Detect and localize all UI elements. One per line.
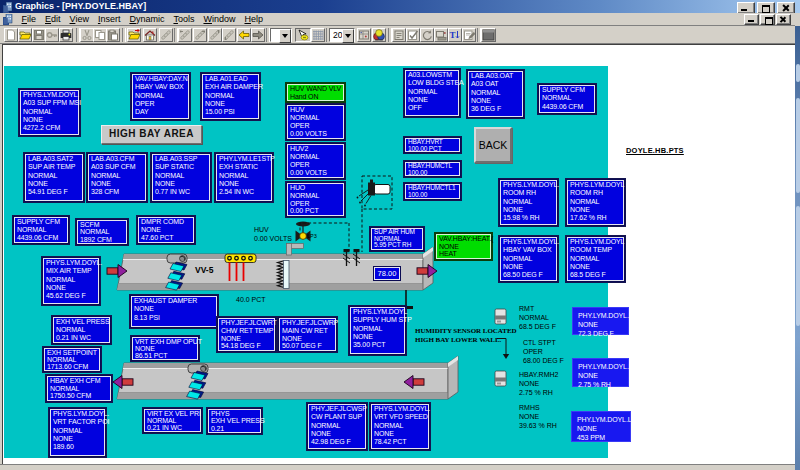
point-box-line: NONE [578, 371, 628, 380]
high-bay-area-label: HIGH BAY AREA [101, 125, 202, 144]
point-box-doyl-temp[interactable]: PHY.LYM.DOYL.LNONE72.3 DEG F [572, 307, 629, 335]
point-box-line: NONE [23, 116, 79, 124]
point-box-line: PHYS [211, 410, 261, 417]
point-box-lab-a03-cfm[interactable]: LAB.A03.CFMA03 SUP CFMNORMALNONE328 CFM [87, 153, 147, 202]
point-box-huv[interactable]: HUVNORMALOPER0.00 VOLTS [286, 104, 345, 140]
point-box-line: PHY.LYM.DOYL.L [578, 362, 628, 371]
back-button[interactable]: BACK [474, 127, 512, 163]
point-box-line: VRT FACTOR POI [53, 418, 105, 426]
point-box-supply-hum-stp[interactable]: PHYS.LYM.DOYLSUPPLY HUM STPNORMALNONE35.… [349, 306, 406, 355]
point-box-line: NONE [374, 430, 429, 438]
point-box-room-rh-1[interactable]: PHYS.LYM.DOYL.ROOM RHNORMALNONE15.98 % R… [499, 179, 558, 226]
point-box-line: NONE [311, 430, 366, 438]
point-box-supply-cfm-top[interactable]: SUPPLY CFMNORMAL4439.06 CFM [538, 84, 596, 114]
point-box-huo[interactable]: HUONORMALOPER0.00 PCT [286, 182, 345, 217]
wall-sensor-icon [495, 309, 506, 324]
point-box-phys-exh-vel[interactable]: PHYSEXH VEL PRESS0.21 [207, 408, 262, 434]
point-box-lab-a03-sat2[interactable]: LAB.A03.SAT2SUP AIR TEMPNORMALNONE54.91 … [24, 153, 84, 202]
window-bottom-edge [0, 464, 795, 470]
point-box-room-temp[interactable]: PHYS.LYM.DOYLROOM TEMPNORMALNONE68.5 DEG… [566, 236, 625, 282]
point-box-virt-ex-vel[interactable]: VIRT EX VEL PRINORMAL0.21 IN WC [143, 408, 202, 433]
point-box-line: OPER [290, 200, 344, 208]
point-box-supply-cfm-mid[interactable]: SUPPLY CFMNORMAL4439.06 CFM [13, 216, 69, 244]
point-box-line: NORMAL [408, 88, 459, 96]
point-box-line: LAB.A03.SAT2 [28, 155, 83, 163]
point-box-exhaust-damper[interactable]: EXHAUST DAMPERNONE8.13 PSI [130, 295, 218, 328]
point-box-line: HUV2 [290, 145, 344, 153]
point-box-a03-sup-fpm[interactable]: PHYS.LYM.DOYL.A03 SUP FPM MSINORMALNONE4… [19, 89, 80, 136]
point-box-line: 2.54 IN WC [219, 188, 272, 196]
point-box-hbay-vav-box[interactable]: PHYS.LYM.DOYL.HBAY VAV BOXNORMALNONE68.5… [499, 236, 558, 282]
label-line: NONE [519, 380, 558, 389]
point-box-line: NORMAL [311, 422, 366, 430]
point-box-vav-hbay-heat[interactable]: VAV.HBAY:HEAT.(NONEHEAT [435, 233, 492, 260]
point-box-line: NORMAL [503, 255, 557, 263]
point-box-mix-air-temp[interactable]: PHYS.LYM.DOYL.MIX AIR TEMPNORMALNONE45.6… [42, 257, 100, 305]
point-box-line: NORMAL [205, 92, 259, 100]
point-box-hbay-humctl1[interactable]: HBAY.HUMCTL1100.00 [404, 183, 461, 200]
point-box-line: PHYS.LYM.DOYL. [23, 91, 79, 99]
point-box-room-rh-2[interactable]: PHYS.LYM.DOYLROOM RHNORMALNONE17.62 % RH [566, 179, 625, 226]
point-box-jlcwrp[interactable]: PHY.JEF.JLCWRPMAIN CW RETNONE50.07 DEG F [278, 317, 337, 352]
point-box-line: NONE [570, 263, 624, 271]
point-box-lab-a03-oat[interactable]: LAB.A03.OATA03 OATNORMALNONE36 DEG F [467, 70, 524, 118]
point-box-lab-a03-ssp[interactable]: LAB.A03.SSPSUP STATICNORMALNONE0.77 IN W… [151, 153, 211, 202]
point-box-line: NONE [221, 335, 275, 343]
point-box-line: NORMAL [147, 417, 201, 424]
point-box-line: NORMAL [374, 422, 429, 430]
point-box-line: A03 OAT [471, 80, 523, 88]
point-box-line: 15.98 % RH [503, 214, 557, 222]
point-box-line: PHY.JEF.JLCWRT [221, 319, 275, 327]
point-box-line: EXH VEL PRESS [56, 318, 110, 326]
point-box-vav-hbay-day[interactable]: VAV.HBAY:DAY.NHBAY VAV BOXNORMALOPERDAY [131, 73, 190, 120]
point-box-huv-wand-vlv[interactable]: HUV WAND VLVHand ON [286, 83, 345, 102]
point-box-scfm[interactable]: SCFMNORMAL1892 CFM [76, 219, 128, 245]
point-box-line: 0.21 [211, 425, 261, 432]
point-box-hbay-hvrt[interactable]: HBAY.HVRT100.00 PCT [404, 137, 461, 153]
point-box-line: NORMAL [50, 385, 111, 393]
point-box-doyl-ppm[interactable]: PHY.LYM.DOYL.LNONE453 PPM [571, 411, 631, 442]
point-box-phy-lym-le1stp[interactable]: PHY.LYM.LE1STPEXH STATICNORMALNONE2.54 I… [215, 153, 273, 202]
point-box-line: NONE [155, 180, 210, 188]
point-box-huv2[interactable]: HUV2NORMALOPER0.00 VOLTS [286, 143, 345, 179]
point-box-line: CHW RET TEMP [221, 327, 275, 335]
point-box-exh-setpoint[interactable]: EXH SETPOINTNORMAL1713.60 CFM [43, 347, 101, 372]
point-box-line: 86.51 PCT [135, 352, 198, 359]
point-box-line: PHY.JEF.JLCWRP [282, 319, 336, 327]
point-box-lab-a01-ead[interactable]: LAB.A01.EADEXH AIR DAMPERNORMALNONE15.00… [201, 73, 260, 120]
point-box-line: PHYS.LYM.DOYL. [374, 405, 429, 413]
doyle-pts-link[interactable]: DOYLE.HB.PTS [626, 146, 684, 155]
point-box-line: A03.LOWSTM [408, 71, 459, 79]
point-box-hbay-exh-cfm[interactable]: HBAY EXH CFMNORMAL1750.50 CFM [46, 375, 112, 402]
point-box-line: NONE [439, 243, 491, 251]
point-box-duct-temp-78[interactable]: 78.00 [374, 267, 400, 280]
label-line: HUMIDITY SENSOR LOCATED [415, 327, 517, 336]
point-box-doyl-rh[interactable]: PHY.LYM.DOYL.LNONE2.75 % RH [572, 358, 629, 387]
point-box-line: 0.00 VOLTS [290, 169, 344, 177]
point-box-jlcwsp[interactable]: PHY.JEF.JLCWSPCW PLANT SUPNORMALNONE42.9… [307, 403, 367, 450]
point-box-line: SUP STATIC [155, 163, 210, 171]
point-box-line: 189.60 [53, 443, 105, 451]
point-box-dmpr-comd[interactable]: DMPR COMDNONE47.60 PCT [137, 216, 195, 244]
point-box-line: SUP AIR TEMP [28, 163, 83, 171]
point-box-line: 4272.2 CFM [23, 124, 79, 132]
point-box-sup-air-hum[interactable]: SUP AIR HUMNORMAL5.95 PCT RH [370, 227, 424, 251]
point-box-line: NONE [503, 206, 557, 214]
label-line: 40.0 PCT [236, 296, 266, 305]
point-box-line: 45.62 DEG F [46, 292, 99, 300]
desktop-edge-segment [796, 98, 800, 193]
point-box-vrt-exh-dmp[interactable]: VRT EXH DMP OPUTNONE86.51 PCT [131, 336, 199, 361]
point-box-vrt-vfd-speed[interactable]: PHYS.LYM.DOYL.VRT VFD SPEEDNORMALNONE78.… [370, 403, 430, 450]
label-huv-volts: HUV0.00 VOLTS [254, 226, 292, 244]
point-box-line: 0.21 IN WC [147, 424, 201, 431]
point-box-line: Hand ON [290, 93, 344, 101]
point-box-exh-vel-press[interactable]: EXH VEL PRESSNORMAL0.21 IN WC [52, 316, 111, 344]
point-box-hbay-humctl[interactable]: HBAY.HUMCTL100.00 [404, 161, 461, 177]
point-box-vrt-factor[interactable]: PHYS.LYM.DOYL.VRT FACTOR POINORMALNONE18… [49, 408, 106, 457]
point-box-line: NORMAL [47, 356, 100, 363]
point-box-a03-lowstm[interactable]: A03.LOWSTMLOW BLDG STEANORMALNONEOFF [404, 69, 460, 117]
point-box-line: NORMAL [290, 114, 344, 122]
point-box-jlcwrt[interactable]: PHY.JEF.JLCWRTCHW RET TEMPNONE54.18 DEG … [217, 317, 276, 352]
desktop-edge [795, 26, 800, 470]
point-box-line: NORMAL [471, 89, 523, 97]
